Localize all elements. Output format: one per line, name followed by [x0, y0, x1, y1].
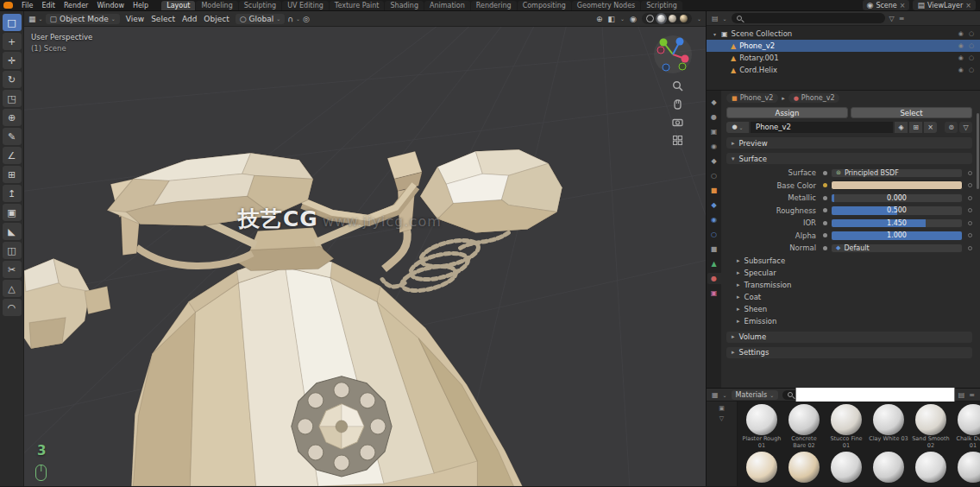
- workspace-tab-geometry-nodes[interactable]: Geometry Nodes: [572, 1, 640, 10]
- properties-tab-output[interactable]: ▣: [707, 126, 721, 137]
- asset-item[interactable]: [742, 452, 782, 486]
- asset-editor-icon[interactable]: ▦: [712, 391, 719, 399]
- asset-tag-icon[interactable]: ▽: [719, 415, 724, 422]
- tool-rotate[interactable]: ↻: [3, 71, 22, 88]
- properties-tab-modifiers[interactable]: ◆: [707, 199, 721, 211]
- decorator-dot[interactable]: [968, 208, 972, 212]
- display-mode-icon[interactable]: ▤: [958, 391, 965, 399]
- outliner-row-cord-helix[interactable]: ▲Cord.Helix◉○: [707, 64, 980, 76]
- snap-chevron-icon[interactable]: ⌄: [296, 16, 300, 22]
- new-material-copy-icon[interactable]: ⊞: [909, 122, 922, 133]
- menu-edit[interactable]: Edit: [37, 2, 60, 9]
- orientation-dropdown[interactable]: ○ Global ⌄: [236, 14, 286, 24]
- properties-tab-material[interactable]: ●: [707, 273, 721, 284]
- solid-shading-icon[interactable]: [657, 15, 665, 22]
- disclosure-icon[interactable]: ▾: [712, 31, 718, 37]
- workspace-tab-scripting[interactable]: Scripting: [641, 1, 682, 10]
- overlays-icon[interactable]: ◧: [608, 15, 616, 23]
- workspace-tab-rendering[interactable]: Rendering: [471, 1, 517, 10]
- asset-search[interactable]: [782, 390, 860, 400]
- properties-tab-render[interactable]: ●: [707, 111, 721, 123]
- outliner-row-scene-collection[interactable]: ▾▣Scene Collection◉○: [707, 28, 980, 40]
- subsection-subsurface[interactable]: ▸Subsurface: [726, 255, 972, 267]
- blender-logo-icon[interactable]: [3, 2, 13, 9]
- properties-tab-view-layer[interactable]: ◉: [707, 141, 721, 152]
- workspace-tab-sculpting[interactable]: Sculpting: [239, 1, 281, 10]
- tool-knife[interactable]: ✂: [3, 261, 22, 278]
- decorator-dot[interactable]: [968, 196, 972, 200]
- select-button[interactable]: Select: [851, 107, 972, 118]
- properties-tab-tool[interactable]: ◆: [707, 97, 721, 108]
- xray-toggle-icon[interactable]: ◉: [630, 15, 637, 23]
- outliner-search[interactable]: [732, 13, 885, 23]
- material-name-field[interactable]: Phone_v2: [751, 122, 893, 133]
- asset-item[interactable]: Clay White 03: [869, 404, 908, 449]
- menu-help[interactable]: Help: [129, 2, 153, 9]
- workspace-tab-modeling[interactable]: Modeling: [196, 1, 237, 10]
- ortho-grid-icon[interactable]: [672, 135, 683, 146]
- disable-in-render-icon[interactable]: ○: [969, 54, 974, 61]
- subsection-emission[interactable]: ▸Emission: [726, 315, 972, 327]
- scene-selector[interactable]: ◉ Scene ×: [863, 0, 910, 10]
- proportional-edit-icon[interactable]: ◎: [303, 15, 310, 23]
- tool-add-cube[interactable]: ⊞: [3, 166, 22, 183]
- properties-scrollbar[interactable]: [977, 113, 979, 189]
- tool-loop-cut[interactable]: ◫: [3, 242, 22, 259]
- navigation-gizmo[interactable]: [652, 34, 694, 75]
- asset-item[interactable]: Stucco Fine 01: [826, 404, 866, 449]
- workspace-tab-texture-paint[interactable]: Texture Paint: [330, 1, 385, 10]
- asset-item[interactable]: [784, 452, 824, 486]
- zoom-icon[interactable]: [672, 80, 683, 92]
- tool-annotate[interactable]: ✎: [3, 128, 22, 145]
- menu-render[interactable]: Render: [60, 2, 92, 9]
- tool-cursor[interactable]: +: [3, 33, 22, 50]
- decorator-dot[interactable]: [968, 171, 972, 175]
- filter-icon[interactable]: ▽: [959, 122, 972, 133]
- view-layer-unlink-icon[interactable]: ×: [965, 2, 971, 9]
- disable-in-render-icon[interactable]: ○: [969, 42, 974, 49]
- asset-editor-chevron-icon[interactable]: ⌄: [723, 392, 727, 398]
- camera-view-icon[interactable]: [672, 117, 683, 128]
- wireframe-shading-icon[interactable]: [646, 15, 654, 22]
- workspace-tab-animation[interactable]: Animation: [424, 1, 470, 10]
- material-preview-shading-icon[interactable]: [669, 15, 676, 22]
- metallic-slider[interactable]: 0.000: [831, 193, 963, 204]
- decorator-dot[interactable]: [968, 233, 972, 237]
- tool-extrude[interactable]: ↥: [3, 185, 22, 202]
- asset-item[interactable]: [953, 452, 980, 486]
- outliner-search-input[interactable]: [745, 14, 880, 23]
- asset-item[interactable]: [869, 452, 908, 486]
- fake-user-shield-icon[interactable]: ◈: [895, 122, 908, 133]
- assign-button[interactable]: Assign: [726, 107, 848, 118]
- tool-select-box[interactable]: □: [3, 14, 22, 31]
- decorator-dot[interactable]: [968, 246, 972, 250]
- properties-tab-world[interactable]: ○: [707, 170, 721, 181]
- workspace-tab-uv-editing[interactable]: UV Editing: [282, 1, 329, 10]
- properties-tab-object[interactable]: ■: [707, 185, 721, 196]
- subsection-coat[interactable]: ▸Coat: [726, 291, 972, 303]
- alpha-slider[interactable]: 1.000: [831, 231, 963, 241]
- subsection-transmission[interactable]: ▸Transmission: [726, 279, 972, 291]
- section-volume[interactable]: ▸ Volume: [726, 332, 972, 343]
- properties-tab-texture[interactable]: ▣: [707, 288, 721, 299]
- tool-measure[interactable]: ∠: [3, 147, 22, 164]
- use-nodes-icon[interactable]: ⊚: [945, 122, 958, 133]
- mode-dropdown[interactable]: ▢ Object Mode ⌄: [46, 14, 120, 24]
- properties-tab-particles[interactable]: ◉: [707, 214, 721, 225]
- browse-material-button[interactable]: ●⌄: [726, 122, 749, 133]
- asset-catalog-icon[interactable]: ▣: [719, 405, 725, 412]
- shading-chevron-icon[interactable]: ⌄: [697, 16, 701, 22]
- workspace-tab-shading[interactable]: Shading: [385, 1, 424, 10]
- outliner-editor-icon[interactable]: ▤: [712, 15, 719, 22]
- viewport-menu-select[interactable]: Select: [148, 15, 179, 23]
- asset-item[interactable]: Chalk Dusty 01: [953, 404, 980, 449]
- unlink-material-icon[interactable]: ×: [924, 122, 937, 133]
- tool-poly-build[interactable]: △: [3, 280, 22, 297]
- subsection-sheen[interactable]: ▸Sheen: [726, 303, 972, 315]
- properties-tab-constraints[interactable]: ■: [707, 244, 721, 255]
- menu-window[interactable]: Window: [92, 2, 129, 9]
- properties-tab-object-data[interactable]: ▲: [707, 258, 721, 269]
- scene-unlink-icon[interactable]: ×: [900, 2, 906, 9]
- asset-item[interactable]: [826, 452, 866, 486]
- breadcrumb-material-chip[interactable]: ● Phone_v2: [788, 93, 840, 103]
